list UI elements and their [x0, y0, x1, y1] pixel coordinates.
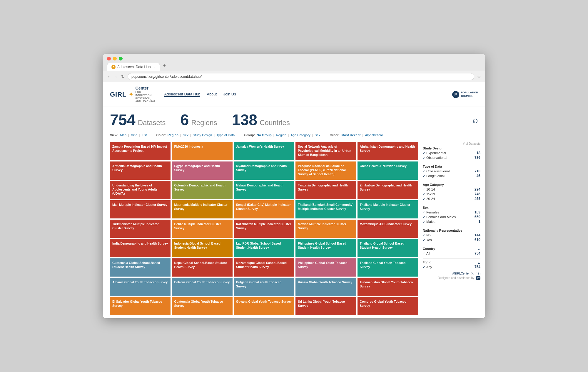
nav-about[interactable]: About: [207, 92, 217, 97]
grid-cell-30[interactable]: Guatemala Global School-Based Student He…: [110, 258, 171, 277]
grid-cell-12[interactable]: Malawi Demographic and Health Survey: [234, 181, 294, 199]
view-grid[interactable]: Grid: [131, 133, 138, 137]
grid-cell-20[interactable]: Turkmenistan Multiple Indicator Cluster …: [110, 220, 171, 238]
grid-cell-35[interactable]: Albania Global Youth Tobacco Survey: [110, 278, 171, 296]
grid-cell-8[interactable]: Pesquisa Nacional de Saúde de Escolar (P…: [295, 161, 356, 180]
active-tab[interactable]: ✦ Adolescent Data Hub ×: [107, 63, 160, 71]
grid-cell-38[interactable]: Russia Global Youth Tobacco Survey: [295, 278, 356, 296]
grid-cell-2[interactable]: Jamaica Women's Health Survey: [234, 142, 294, 160]
grid-cell-19[interactable]: Thailand Multiple Indicator Cluster Surv…: [358, 200, 418, 218]
grid-cell-5[interactable]: Armenia Demographic and Health Survey: [110, 161, 171, 180]
females-count: 103: [475, 210, 480, 214]
color-region[interactable]: Region: [168, 133, 178, 137]
grid-cell-0[interactable]: Zambia Population-Based HIV Impact Asses…: [110, 142, 171, 160]
grid-cell-40[interactable]: El Salvador Global Youth Tobacco Survey: [110, 297, 171, 315]
nationally-rep-yes-check: ✓: [423, 238, 425, 242]
grid-cell-24[interactable]: Mozambique AIDS Indicator Survey: [358, 220, 418, 238]
grid-cell-17[interactable]: Sengal (Dakar City) Multiple Indicator C…: [234, 200, 294, 218]
designer-credit: Designed and developed by 2⁰: [423, 276, 480, 280]
facebook-icon[interactable]: f: [475, 272, 476, 275]
country-toggle[interactable]: Country ▲: [423, 247, 480, 251]
grid-cell-14[interactable]: Zimbabwe Demographic and Health Survey: [358, 181, 418, 199]
view-list[interactable]: List: [142, 133, 147, 137]
grid-cell-4[interactable]: Afghanistan Demographic and Health Surve…: [358, 142, 418, 160]
grid-cell-39[interactable]: Turkmenistan Global Youth Tobacco Survey: [358, 278, 418, 296]
nav-adolescent-data-hub[interactable]: Adolescent Data Hub: [164, 92, 201, 97]
linkedin-icon[interactable]: in: [478, 272, 480, 275]
site-nav: Adolescent Data Hub About Join Us: [164, 92, 236, 97]
grid-cell-27[interactable]: Lao PDR Global School-Based Student Heal…: [234, 239, 294, 257]
minimize-button[interactable]: [113, 57, 117, 60]
back-button[interactable]: ←: [107, 74, 111, 79]
cross-sectional-check: ✓: [423, 170, 425, 173]
tab-close-button[interactable]: ×: [153, 65, 155, 69]
grid-cell-26[interactable]: Indonesia Global School-Based Student He…: [172, 239, 232, 257]
nav-join-us[interactable]: Join Us: [223, 92, 236, 97]
search-icon[interactable]: ⌕: [472, 115, 478, 125]
color-study-design[interactable]: Study Design: [193, 133, 212, 137]
grid-cell-21[interactable]: Belize Multiple Indicator Cluster Survey: [172, 220, 232, 238]
bookmark-icon[interactable]: ☆: [477, 74, 481, 79]
grid-cell-44[interactable]: Comoros Global Youth Tobacco Survey: [358, 297, 418, 315]
grid-cell-33[interactable]: Philippines Global Youth Tobacco Survey: [295, 258, 356, 277]
regions-label: Regions: [191, 119, 217, 127]
grid-cell-42[interactable]: Guyana Global Youth Tobacco Survey: [234, 297, 294, 315]
datasets-stat: 754 Datasets: [110, 112, 166, 127]
type-of-data-title: Type of Data: [423, 165, 480, 168]
grid-cell-41[interactable]: Guatemala Global Youth Tobacco Survey: [172, 297, 232, 315]
grid-cell-22[interactable]: Kazakhstan Multiple Indicator Cluster Su…: [234, 220, 294, 238]
forward-button[interactable]: →: [114, 74, 118, 79]
grid-cell-10[interactable]: Understanding the Lives of Adolescents a…: [110, 181, 171, 199]
color-type-of-data[interactable]: Type of Data: [216, 133, 235, 137]
social-links: #GIRLCenter 𝕏 f in: [423, 272, 480, 275]
grid-cell-16[interactable]: Mauritania Multiple Indicator Cluster Su…: [172, 200, 232, 218]
topic-title: Topic: [423, 260, 431, 264]
twitter-icon[interactable]: 𝕏: [471, 272, 474, 275]
view-map[interactable]: Map: [120, 133, 126, 137]
stats-bar: 754 Datasets 6 Regions 138 Countries ⌕: [103, 107, 485, 131]
grid-cell-31[interactable]: Nepal Global School-Based Student Health…: [172, 258, 232, 277]
close-button[interactable]: [107, 57, 111, 60]
order-most-recent[interactable]: Most Recent: [341, 133, 360, 137]
refresh-button[interactable]: ↻: [121, 74, 125, 79]
group-age-category[interactable]: Age Category: [290, 133, 310, 137]
grid-cell-7[interactable]: Myanmar Demographic and Health Survey: [234, 161, 294, 180]
grid-cell-6[interactable]: Egypt Demographic and Health Survey: [172, 161, 232, 180]
grid-cell-32[interactable]: Mozambique Global School-Based Student H…: [234, 258, 294, 277]
grid-cell-1[interactable]: PMA2020 Indonesia: [172, 142, 232, 160]
grid-cell-15[interactable]: Mali Multiple Indicator Cluster Survey: [110, 200, 171, 218]
topic-toggle[interactable]: Topic ▲: [423, 260, 480, 265]
new-tab-button[interactable]: +: [161, 63, 168, 71]
males-label: Males: [426, 220, 435, 223]
grid-cell-36[interactable]: Belarus Global Youth Tobacco Survey: [172, 278, 232, 296]
header-right: P POPULATION COUNCIL: [452, 91, 478, 98]
grid-cell-18[interactable]: Thailand (Bangkok Small Community) Multi…: [295, 200, 356, 218]
grid-cell-34[interactable]: Thailand Global Youth Tobacco Survey: [358, 258, 418, 277]
url-field[interactable]: popcouncil.org/girlcenter/adolescentdata…: [128, 73, 474, 80]
grid-cell-28[interactable]: Philippines Global School-Based Student …: [295, 239, 356, 257]
order-alphabetical[interactable]: Alphabetical: [365, 133, 382, 137]
grid-cell-25[interactable]: India Demographic and Health Survey: [110, 239, 171, 257]
age-20-24-count: 465: [475, 197, 480, 201]
maximize-button[interactable]: [119, 57, 123, 60]
color-sex[interactable]: Sex: [183, 133, 188, 137]
grid-cell-3[interactable]: Social Network Analysis of Psychological…: [295, 142, 356, 160]
grid-cell-23[interactable]: Mexico Multiple Indicator Cluster Survey: [295, 220, 356, 238]
grid-cell-29[interactable]: Thailand Global School-Based Student Hea…: [358, 239, 418, 257]
group-sex[interactable]: Sex: [315, 133, 320, 137]
group-region[interactable]: Region: [276, 133, 286, 137]
males-count: 1: [478, 220, 480, 224]
females-males-row: ✓ Females and Males 650: [423, 215, 480, 219]
grid-cell-11[interactable]: Colombia Demographic and Health Survey: [172, 181, 232, 199]
grid-cell-37[interactable]: Bulgaria Global Youth Tobacco Survey: [234, 278, 294, 296]
observational-count: 736: [475, 156, 480, 160]
country-section: Country ▲ ✓ All 754: [423, 247, 480, 255]
tab-favicon: ✦: [111, 65, 116, 69]
nationally-rep-title: Nationally Representative: [423, 229, 480, 232]
study-design-title: Study Design: [423, 147, 480, 150]
group-no-group[interactable]: No Group: [257, 133, 272, 137]
nationally-rep-yes-count: 610: [475, 238, 480, 242]
grid-cell-9[interactable]: China Health & Nutrition Survey: [358, 161, 418, 180]
grid-cell-13[interactable]: Tanzania Demographic and Health Survey: [295, 181, 356, 199]
grid-cell-43[interactable]: Sri Lanka Global Youth Tobacco Survey: [295, 297, 356, 315]
